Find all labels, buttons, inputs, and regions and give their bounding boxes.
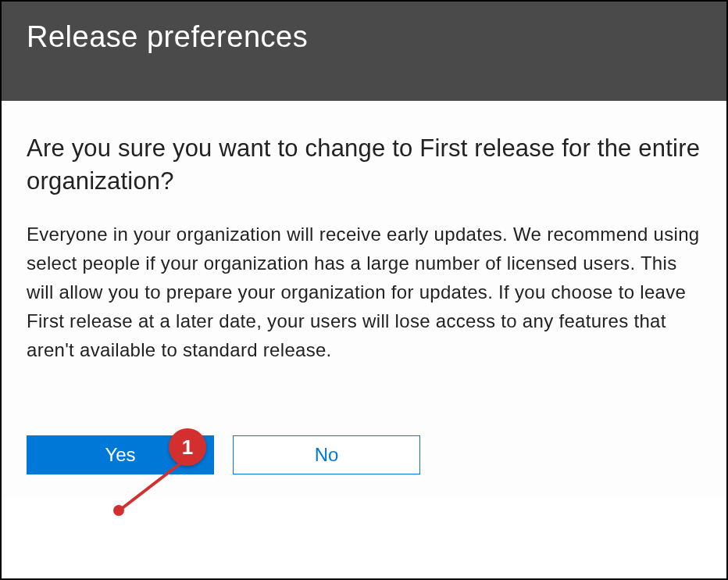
dialog-content: Are you sure you want to change to First… [2,101,726,498]
confirmation-question: Are you sure you want to change to First… [27,132,701,198]
dialog-header: Release preferences [2,2,726,101]
no-button[interactable]: No [233,435,420,474]
dialog-title: Release preferences [27,20,701,54]
confirmation-description: Everyone in your organization will recei… [27,220,701,365]
callout-dot [113,505,124,516]
button-row: Yes No [27,435,701,474]
yes-button[interactable]: Yes [27,435,214,474]
